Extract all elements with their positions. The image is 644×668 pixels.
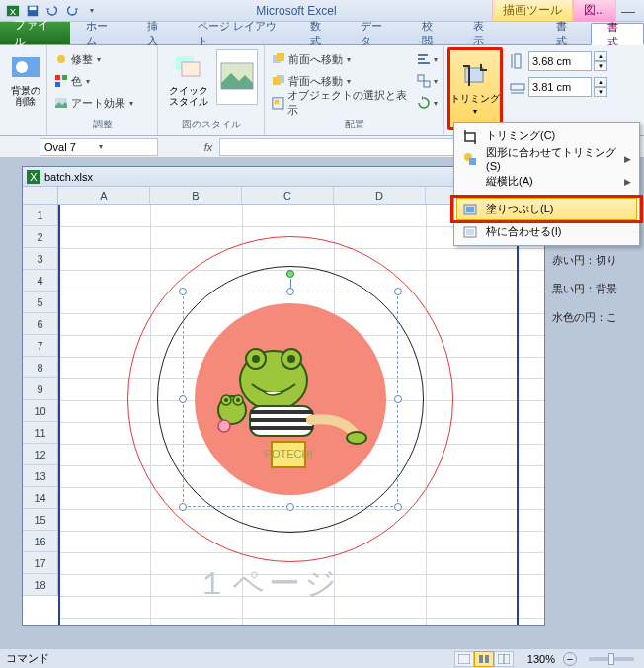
color-button[interactable]: 色▾	[53, 71, 151, 91]
svg-rect-8	[62, 75, 67, 80]
resize-handle[interactable]	[394, 288, 402, 295]
crop-icon	[462, 128, 478, 144]
worksheet[interactable]: A B C D 123456789101112131415161718	[23, 187, 544, 625]
tab-home[interactable]: ホーム	[70, 22, 131, 44]
resize-handle[interactable]	[179, 503, 187, 511]
resize-handle[interactable]	[394, 503, 402, 511]
svg-rect-21	[418, 58, 425, 60]
row-header[interactable]: 13	[23, 465, 57, 487]
qat-customize-icon[interactable]: ▾	[83, 2, 101, 20]
tab-data[interactable]: データ	[345, 22, 406, 44]
resize-handle[interactable]	[179, 288, 187, 295]
group-button[interactable]: ▾	[416, 71, 438, 91]
row-header[interactable]: 17	[23, 552, 57, 574]
crop-button[interactable]: トリミング ▾	[447, 47, 503, 130]
resize-handle[interactable]	[179, 395, 187, 403]
selection-frame[interactable]	[183, 292, 398, 507]
bring-forward-button[interactable]: 前面へ移動▾	[271, 49, 408, 69]
select-all-corner[interactable]	[23, 187, 58, 205]
tab-format-drawing[interactable]: 書式	[540, 22, 592, 44]
row-header[interactable]: 3	[23, 248, 57, 270]
note-red: 赤い円：切り	[552, 253, 617, 268]
height-spinner[interactable]: ▲▼	[594, 51, 607, 71]
tab-file[interactable]: ファイル	[0, 22, 70, 44]
name-box[interactable]: Oval 7▾	[40, 138, 158, 156]
rotate-button[interactable]: ▾	[416, 93, 438, 113]
menu-fill[interactable]: 塗りつぶし(L)	[456, 198, 637, 220]
svg-rect-26	[515, 54, 521, 68]
row-header[interactable]: 6	[23, 313, 57, 335]
height-input[interactable]	[528, 51, 592, 71]
menu-aspect-ratio[interactable]: 縦横比(A)▶	[456, 170, 637, 193]
resize-handle[interactable]	[286, 503, 294, 511]
quick-styles-icon	[173, 51, 204, 83]
align-button[interactable]: ▾	[416, 49, 438, 69]
menu-fit[interactable]: 枠に合わせる(I)	[456, 220, 637, 243]
redo-icon[interactable]	[63, 2, 81, 20]
width-icon	[509, 78, 526, 96]
context-tab-picture: 図...	[573, 0, 616, 21]
tab-insert[interactable]: 挿入	[131, 22, 183, 44]
normal-view-button[interactable]	[454, 651, 474, 667]
svg-rect-31	[466, 207, 474, 212]
row-header[interactable]: 12	[23, 444, 57, 465]
menu-crop-to-shape[interactable]: 図形に合わせてトリミング(S)▶	[456, 147, 637, 170]
row-headers: 123456789101112131415161718	[23, 205, 58, 596]
col-header[interactable]: A	[58, 187, 150, 204]
row-header[interactable]: 7	[23, 335, 57, 357]
tab-page-layout[interactable]: ページ レイアウト	[182, 22, 294, 44]
selection-pane-button[interactable]: オブジェクトの選択と表示	[271, 93, 408, 113]
row-header[interactable]: 15	[23, 509, 57, 531]
row-header[interactable]: 16	[23, 531, 57, 552]
height-icon	[509, 52, 526, 70]
rotate-icon	[416, 95, 432, 111]
color-icon	[53, 73, 69, 89]
col-header[interactable]: B	[150, 187, 242, 204]
resize-handle[interactable]	[394, 395, 402, 403]
svg-rect-29	[469, 158, 476, 165]
align-icon	[416, 51, 432, 67]
remove-background-button[interactable]: 背景の削除	[6, 49, 45, 109]
tab-formulas[interactable]: 数式	[294, 22, 346, 44]
page-layout-view-button[interactable]	[474, 651, 494, 667]
svg-rect-9	[55, 82, 60, 87]
col-header[interactable]: C	[242, 187, 334, 204]
svg-rect-15	[277, 53, 284, 61]
zoom-slider[interactable]	[589, 657, 634, 661]
fill-icon	[462, 202, 478, 217]
page-break-view-button[interactable]	[494, 651, 514, 667]
row-header[interactable]: 4	[23, 270, 57, 292]
rotation-handle[interactable]	[286, 270, 294, 278]
row-header[interactable]: 18	[23, 574, 57, 596]
zoom-level: 130%	[527, 653, 555, 665]
row-header[interactable]: 14	[23, 487, 57, 509]
row-header[interactable]: 9	[23, 378, 57, 400]
row-header[interactable]: 11	[23, 422, 57, 444]
tab-view[interactable]: 表示	[457, 22, 509, 44]
tab-format-picture[interactable]: 書式	[591, 23, 644, 45]
width-spinner[interactable]: ▲▼	[594, 77, 607, 97]
menu-crop[interactable]: トリミング(C)	[456, 125, 637, 147]
corrections-button[interactable]: 修整▾	[53, 49, 151, 69]
svg-rect-3	[30, 6, 37, 10]
tab-review[interactable]: 校閲	[406, 22, 457, 44]
zoom-out-button[interactable]: −	[563, 652, 577, 666]
fx-icon[interactable]: fx	[198, 141, 219, 153]
workbook-icon: X	[27, 170, 40, 184]
artistic-effects-button[interactable]: アート効果▾	[53, 93, 151, 113]
col-header[interactable]: D	[334, 187, 426, 204]
row-header[interactable]: 5	[23, 292, 57, 313]
quick-styles-button[interactable]: クイック スタイル	[164, 49, 212, 109]
width-input[interactable]	[528, 77, 592, 97]
row-header[interactable]: 8	[23, 357, 57, 378]
adjust-group-label: 調整	[53, 117, 151, 131]
row-header[interactable]: 1	[23, 205, 57, 226]
resize-handle[interactable]	[286, 288, 294, 295]
row-header[interactable]: 10	[23, 400, 57, 422]
note-black: 黒い円：背景	[552, 282, 617, 296]
grid-area[interactable]: POTECHI １ページ	[58, 205, 544, 625]
svg-rect-12	[182, 62, 200, 76]
row-header[interactable]: 2	[23, 226, 57, 248]
svg-rect-23	[418, 75, 424, 81]
picture-styles-gallery[interactable]	[216, 49, 258, 105]
